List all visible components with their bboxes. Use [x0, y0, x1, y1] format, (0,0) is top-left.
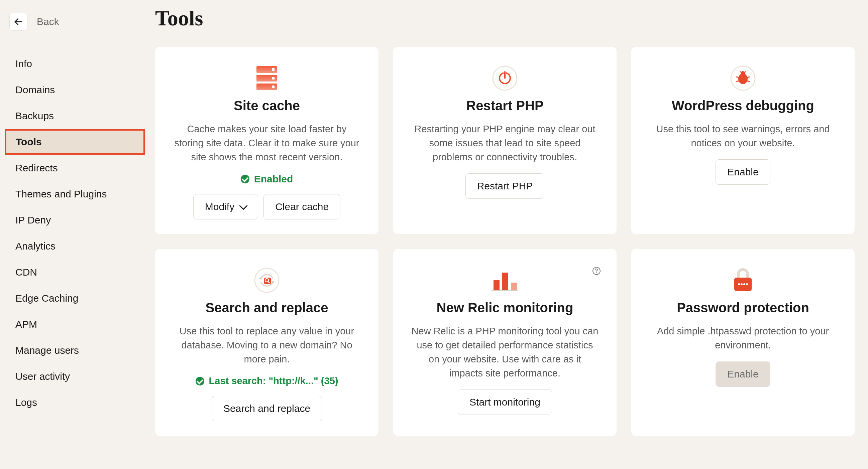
- server-stack-icon: [256, 65, 277, 91]
- card-title: Password protection: [677, 300, 809, 315]
- svg-rect-28: [502, 273, 508, 291]
- card-title: Restart PHP: [466, 98, 543, 113]
- arrow-left-icon: [13, 17, 23, 27]
- card-desc: New Relic is a PHP monitoring tool you c…: [411, 324, 598, 380]
- start-monitoring-button[interactable]: Start monitoring: [458, 390, 552, 415]
- sidebar-item-edge-caching[interactable]: Edge Caching: [0, 285, 147, 311]
- sidebar-item-user-activity[interactable]: User activity: [0, 363, 147, 390]
- power-restart-icon: [492, 65, 518, 91]
- sidebar-item-backups[interactable]: Backups: [0, 103, 147, 129]
- svg-line-18: [747, 81, 750, 81]
- status-enabled: Enabled: [241, 173, 293, 185]
- card-restart-php: Restart PHP Restarting your PHP engine m…: [393, 47, 617, 234]
- svg-line-15: [736, 77, 739, 77]
- card-title: Search and replace: [206, 300, 328, 315]
- card-desc: Add simple .htpasswd protection to your …: [649, 324, 837, 352]
- bug-icon: [730, 65, 756, 91]
- sidebar-item-redirects[interactable]: Redirects: [0, 155, 147, 181]
- sidebar: Back Info Domains Backups Tools Redirect…: [0, 0, 147, 469]
- svg-rect-31: [734, 277, 752, 291]
- main: Tools Site cache Cache makes you: [147, 0, 868, 469]
- status-last-search: Last search: "http://k..." (35): [195, 375, 338, 387]
- svg-rect-29: [511, 282, 517, 291]
- card-wp-debugging: WordPress debugging Use this tool to see…: [631, 47, 855, 234]
- help-icon[interactable]: ?: [592, 267, 600, 275]
- page-title: Tools: [155, 6, 855, 31]
- svg-point-35: [746, 283, 748, 285]
- cards-grid: Site cache Cache makes your site load fa…: [155, 47, 855, 436]
- search-replace-icon: [254, 268, 280, 293]
- modify-dropdown-button[interactable]: Modify: [193, 194, 258, 220]
- card-desc: Use this tool to see warnings, errors an…: [649, 122, 837, 150]
- sidebar-item-apm[interactable]: APM: [0, 311, 147, 337]
- card-title: WordPress debugging: [672, 98, 814, 113]
- sidebar-item-ip-deny[interactable]: IP Deny: [0, 207, 147, 233]
- sidebar-item-logs[interactable]: Logs: [0, 390, 147, 415]
- button-row: Modify Clear cache: [193, 194, 340, 220]
- status-label: Last search: "http://k..." (35): [209, 375, 338, 387]
- check-circle-icon: [241, 175, 249, 183]
- svg-rect-27: [494, 280, 499, 291]
- svg-rect-6: [272, 86, 275, 88]
- enable-debugging-button[interactable]: Enable: [716, 159, 770, 185]
- back-button[interactable]: [9, 13, 27, 31]
- svg-point-33: [741, 283, 743, 285]
- svg-line-19: [740, 71, 742, 73]
- svg-line-16: [747, 77, 750, 77]
- card-desc: Cache makes your site load faster by sto…: [173, 122, 361, 164]
- card-site-cache: Site cache Cache makes your site load fa…: [155, 47, 378, 234]
- card-title: New Relic monitoring: [437, 300, 574, 315]
- card-title: Site cache: [234, 98, 300, 113]
- card-desc: Use this tool to replace any value in yo…: [173, 324, 361, 366]
- search-replace-button[interactable]: Search and replace: [212, 396, 322, 421]
- back-label: Back: [37, 16, 59, 27]
- sidebar-item-manage-users[interactable]: Manage users: [0, 337, 147, 363]
- sidebar-item-tools[interactable]: Tools: [5, 129, 145, 155]
- modify-label: Modify: [205, 201, 235, 212]
- card-password-protection: Password protection Add simple .htpasswd…: [631, 249, 855, 436]
- back-row: Back: [0, 13, 147, 31]
- card-search-replace: Search and replace Use this tool to repl…: [155, 249, 378, 436]
- bar-chart-icon: [492, 268, 518, 293]
- svg-point-32: [738, 283, 740, 285]
- nav-list: Info Domains Backups Tools Redirects The…: [0, 51, 147, 415]
- svg-line-17: [736, 81, 739, 81]
- clear-cache-button[interactable]: Clear cache: [264, 194, 340, 220]
- card-desc: Restarting your PHP engine may clear out…: [411, 122, 598, 164]
- status-label: Enabled: [254, 173, 293, 185]
- sidebar-item-domains[interactable]: Domains: [0, 77, 147, 103]
- check-circle-icon: [195, 377, 204, 386]
- sidebar-item-cdn[interactable]: CDN: [0, 259, 147, 285]
- enable-password-button[interactable]: Enable: [716, 362, 770, 387]
- restart-php-button[interactable]: Restart PHP: [465, 173, 545, 199]
- sidebar-item-themes-plugins[interactable]: Themes and Plugins: [0, 181, 147, 207]
- svg-rect-5: [272, 77, 275, 79]
- card-new-relic: ? New Relic monitoring New Relic is a PH…: [393, 249, 617, 436]
- svg-point-34: [743, 283, 745, 285]
- sidebar-item-info[interactable]: Info: [0, 51, 147, 77]
- svg-line-20: [744, 71, 746, 73]
- svg-rect-4: [272, 68, 275, 71]
- lock-icon: [730, 268, 756, 293]
- chevron-down-icon: [239, 201, 247, 210]
- sidebar-item-analytics[interactable]: Analytics: [0, 233, 147, 259]
